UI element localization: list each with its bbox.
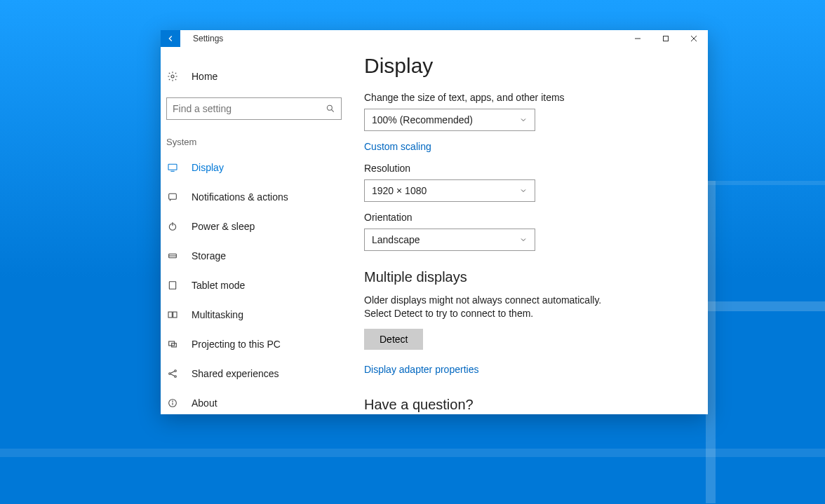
svg-point-23 <box>173 401 173 402</box>
display-icon <box>166 161 179 174</box>
sidebar-item-label: Tablet mode <box>192 280 245 291</box>
sidebar-item-label: Storage <box>192 250 226 261</box>
sidebar-item-label: Notifications & actions <box>192 191 288 203</box>
sidebar-item-power[interactable]: Power & sleep <box>161 212 361 241</box>
sidebar-item-label: Projecting to this PC <box>192 339 281 350</box>
settings-window: Settings Home <box>161 30 708 414</box>
svg-rect-5 <box>168 164 177 170</box>
question-heading: Have a question? <box>364 397 687 413</box>
multiple-displays-text: Older displays might not always connect … <box>364 294 631 320</box>
svg-point-20 <box>175 376 177 378</box>
search-input[interactable] <box>173 103 313 114</box>
window-title: Settings <box>180 30 624 47</box>
svg-rect-15 <box>173 312 177 318</box>
sidebar-item-projecting[interactable]: Projecting to this PC <box>161 329 361 359</box>
shared-icon <box>166 367 179 380</box>
chevron-down-icon <box>519 116 528 124</box>
resolution-label: Resolution <box>364 163 687 174</box>
svg-point-3 <box>327 105 332 110</box>
detect-button[interactable]: Detect <box>364 329 423 350</box>
power-icon <box>166 220 179 233</box>
search-box[interactable] <box>166 97 342 120</box>
back-button[interactable] <box>161 30 180 47</box>
sidebar-home-label: Home <box>192 71 217 82</box>
orientation-label: Orientation <box>364 212 687 223</box>
about-icon <box>166 397 179 409</box>
sidebar-item-shared[interactable]: Shared experiences <box>161 359 361 388</box>
multiple-displays-heading: Multiple displays <box>364 269 687 285</box>
sidebar: Home System DisplayNotifications & actio… <box>161 47 361 414</box>
sidebar-item-label: Shared experiences <box>192 368 279 379</box>
sidebar-item-label: Display <box>192 162 224 173</box>
sidebar-category: System <box>161 120 361 153</box>
svg-point-2 <box>171 75 174 78</box>
gear-icon <box>166 70 179 83</box>
chevron-down-icon <box>519 236 528 244</box>
chevron-down-icon <box>519 186 528 195</box>
display-adapter-link[interactable]: Display adapter properties <box>364 364 478 375</box>
sidebar-item-label: Power & sleep <box>192 221 255 232</box>
resolution-value: 1920 × 1080 <box>372 185 427 196</box>
sidebar-item-about[interactable]: About <box>161 388 361 414</box>
orientation-dropdown[interactable]: Landscape <box>364 229 535 251</box>
titlebar: Settings <box>161 30 708 47</box>
scale-value: 100% (Recommended) <box>372 114 473 125</box>
multitask-icon <box>166 308 179 321</box>
close-button[interactable] <box>680 30 708 47</box>
resolution-dropdown[interactable]: 1920 × 1080 <box>364 179 535 202</box>
sidebar-item-storage[interactable]: Storage <box>161 241 361 271</box>
sidebar-item-display[interactable]: Display <box>161 153 361 182</box>
svg-point-19 <box>175 370 177 372</box>
svg-rect-17 <box>172 343 177 347</box>
svg-line-4 <box>331 109 333 111</box>
notifications-icon <box>166 191 179 203</box>
minimize-button[interactable] <box>624 30 652 47</box>
storage-icon <box>166 250 179 262</box>
orientation-value: Landscape <box>372 234 420 245</box>
custom-scaling-link[interactable]: Custom scaling <box>364 141 431 152</box>
maximize-button[interactable] <box>652 30 680 47</box>
svg-point-18 <box>169 373 171 375</box>
tablet-icon <box>166 279 179 292</box>
sidebar-item-multitask[interactable]: Multitasking <box>161 300 361 329</box>
svg-rect-1 <box>664 36 669 41</box>
main-content: Display Change the size of text, apps, a… <box>361 47 708 414</box>
sidebar-home[interactable]: Home <box>161 62 361 90</box>
projecting-icon <box>166 338 179 350</box>
svg-rect-14 <box>168 312 172 318</box>
page-title: Display <box>364 54 687 78</box>
sidebar-item-tablet[interactable]: Tablet mode <box>161 271 361 300</box>
sidebar-item-label: Multitasking <box>192 309 243 320</box>
scale-dropdown[interactable]: 100% (Recommended) <box>364 109 535 131</box>
svg-rect-7 <box>169 193 177 199</box>
sidebar-item-label: About <box>192 397 217 409</box>
scale-label: Change the size of text, apps, and other… <box>364 92 687 103</box>
sidebar-item-notifications[interactable]: Notifications & actions <box>161 182 361 212</box>
svg-rect-12 <box>169 282 175 290</box>
search-icon <box>326 104 335 114</box>
